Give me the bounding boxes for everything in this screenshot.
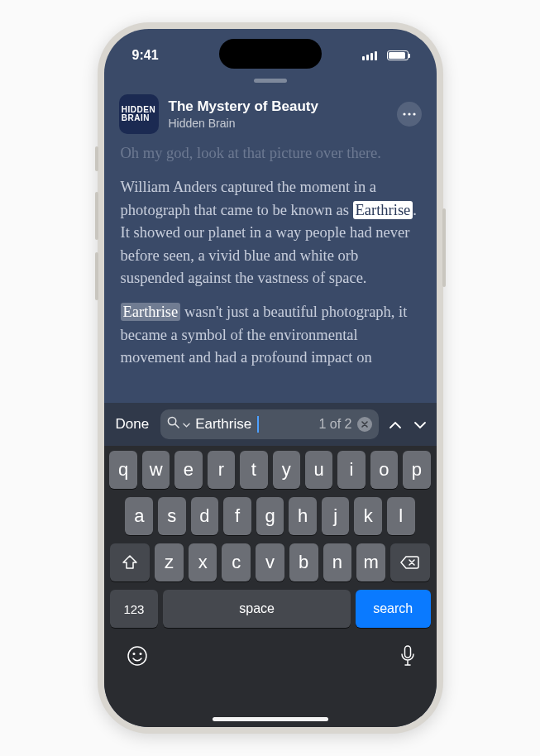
done-button[interactable]: Done (112, 416, 153, 433)
key-l[interactable]: l (387, 497, 415, 535)
x-icon (361, 421, 368, 428)
search-field[interactable]: Earthrise 1 of 2 (160, 409, 378, 439)
transcript-paragraph: Earthrise wasn't just a beautiful photog… (121, 301, 420, 369)
shift-icon (122, 555, 138, 570)
find-bar: Done Earthrise 1 of 2 (104, 403, 437, 446)
clear-button[interactable] (357, 417, 372, 432)
key-f[interactable]: f (223, 497, 251, 535)
key-q[interactable]: q (109, 451, 136, 489)
key-h[interactable]: h (289, 497, 317, 535)
show-name: Hidden Brain (169, 117, 387, 130)
space-key[interactable]: space (163, 590, 351, 628)
home-indicator[interactable] (213, 717, 328, 721)
key-w[interactable]: w (142, 451, 170, 489)
svg-point-0 (403, 112, 405, 115)
status-bar: 9:41 (104, 29, 437, 72)
backspace-icon (400, 555, 420, 570)
text-cursor (257, 416, 259, 433)
power-button (442, 208, 446, 287)
key-z[interactable]: z (155, 543, 184, 581)
key-o[interactable]: o (370, 451, 398, 489)
key-t[interactable]: t (240, 451, 267, 489)
svg-point-1 (408, 112, 410, 115)
podcast-artwork[interactable]: HIDDENBRAIN (119, 94, 159, 134)
artwork-text: HIDDENBRAIN (122, 106, 155, 123)
key-row-4: 123 space search (108, 590, 433, 628)
key-p[interactable]: p (403, 451, 430, 489)
search-term: Earthrise (195, 416, 251, 433)
key-k[interactable]: k (354, 497, 382, 535)
key-x[interactable]: x (189, 543, 217, 581)
backspace-key[interactable] (390, 543, 431, 581)
emoji-key[interactable] (126, 644, 149, 672)
key-m[interactable]: m (356, 543, 385, 581)
status-indicators (362, 48, 409, 63)
key-e[interactable]: e (174, 451, 202, 489)
key-row-3: zxcvbnm (108, 543, 433, 581)
transcript-text: William Anders captured the moment in a … (121, 179, 377, 218)
next-result-button[interactable] (412, 415, 428, 434)
key-n[interactable]: n (323, 543, 352, 581)
ellipsis-icon (403, 112, 416, 116)
volume-down (95, 252, 98, 300)
svg-point-7 (139, 653, 141, 655)
emoji-icon (126, 644, 149, 667)
svg-point-2 (413, 112, 415, 115)
key-b[interactable]: b (289, 543, 318, 581)
key-a[interactable]: a (125, 497, 153, 535)
transcript-paragraph: William Anders captured the moment in a … (121, 176, 420, 289)
keyboard: qwertyuiop asdfghjkl zxcvbnm 123 space s… (104, 446, 437, 727)
key-y[interactable]: y (273, 451, 300, 489)
shift-key[interactable] (110, 543, 151, 581)
chevron-down-icon (413, 420, 427, 430)
search-icon (167, 416, 179, 433)
dynamic-island (219, 39, 322, 69)
key-i[interactable]: i (337, 451, 365, 489)
search-hit: Earthrise (121, 303, 181, 321)
status-time: 9:41 (132, 48, 159, 63)
key-r[interactable]: r (208, 451, 235, 489)
key-j[interactable]: j (322, 497, 350, 535)
cellular-icon (362, 51, 377, 60)
svg-point-5 (128, 647, 146, 665)
silent-switch (95, 146, 98, 171)
phone-frame: 9:41 HIDDENBRAIN The Mystery of Beauty H… (98, 22, 443, 734)
battery-icon (387, 50, 409, 60)
episode-title: The Mystery of Beauty (169, 98, 387, 115)
key-row-1: qwertyuiop (108, 451, 433, 489)
dictation-key[interactable] (400, 645, 415, 672)
key-g[interactable]: g (256, 497, 284, 535)
numbers-key[interactable]: 123 (110, 590, 159, 628)
key-u[interactable]: u (305, 451, 332, 489)
key-s[interactable]: s (158, 497, 186, 535)
mic-icon (400, 645, 415, 667)
svg-point-6 (132, 653, 135, 655)
chevron-up-icon (389, 420, 402, 430)
svg-rect-8 (404, 646, 410, 658)
prev-result-button[interactable] (387, 415, 404, 434)
transcript-line-prev: Oh my god, look at that picture over the… (121, 142, 420, 165)
chevron-down-icon (183, 420, 190, 429)
volume-up (95, 192, 98, 240)
key-c[interactable]: c (222, 543, 251, 581)
now-playing-header: HIDDENBRAIN The Mystery of Beauty Hidden… (104, 83, 437, 142)
result-count: 1 of 2 (318, 417, 351, 432)
search-key[interactable]: search (356, 590, 431, 628)
key-d[interactable]: d (191, 497, 219, 535)
search-hit-current: Earthrise (353, 201, 413, 219)
key-v[interactable]: v (256, 543, 284, 581)
transcript-body[interactable]: Oh my god, look at that picture over the… (104, 142, 437, 423)
svg-line-4 (175, 424, 179, 428)
screen: 9:41 HIDDENBRAIN The Mystery of Beauty H… (104, 29, 437, 727)
key-row-2: asdfghjkl (108, 497, 433, 535)
more-button[interactable] (397, 102, 422, 127)
